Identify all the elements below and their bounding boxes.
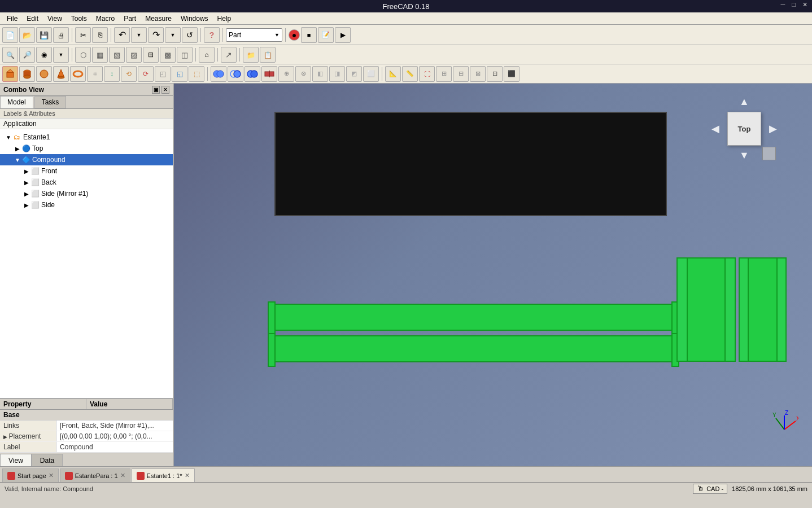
tree-arrow-side-mirror[interactable]: ▶ (23, 191, 30, 197)
bool-subtract-button[interactable] (245, 66, 260, 82)
redo-dropdown[interactable]: ▼ (165, 27, 181, 43)
meas4-button[interactable]: ⊞ (436, 66, 452, 82)
bool9-button[interactable]: ◩ (346, 66, 362, 82)
bool10-button[interactable]: ⬜ (363, 66, 379, 82)
nav-arrow-up[interactable]: ▲ (739, 96, 749, 108)
home-view-button[interactable]: ⌂ (199, 47, 215, 63)
bool8-button[interactable]: ◨ (329, 66, 345, 82)
tab-estante1[interactable]: Estante1 : 1* ✕ (132, 468, 195, 482)
right-view-button[interactable] (160, 47, 176, 63)
tree-arrow-top[interactable]: ▶ (14, 146, 21, 152)
bool5-button[interactable]: ⊕ (278, 66, 294, 82)
startpage-close-btn[interactable]: ✕ (49, 472, 54, 479)
bool-intersect-button[interactable] (228, 66, 243, 82)
undo-button[interactable] (114, 27, 130, 43)
save-button[interactable] (36, 27, 52, 43)
minimize-button[interactable]: ─ (779, 1, 788, 8)
tab-tasks[interactable]: Tasks (34, 96, 67, 108)
tree-arrow-estante1[interactable]: ▼ (5, 134, 12, 141)
tab-model[interactable]: Model (0, 96, 33, 108)
open-button[interactable] (19, 27, 35, 43)
shape6-button[interactable]: ◱ (172, 66, 187, 82)
combo-float-button[interactable]: ▣ (152, 86, 160, 94)
meas6-button[interactable]: ⊠ (470, 66, 486, 82)
menu-file[interactable]: File (2, 14, 22, 24)
meas1-button[interactable]: 📐 (385, 66, 401, 82)
left-view-button[interactable] (177, 47, 193, 63)
tree-item-back[interactable]: ▶ ⬜ Back (0, 177, 173, 188)
viewport[interactable]: ▲ ▼ ◀ ▶ Top X Y Z (174, 84, 812, 466)
record-button[interactable]: ● (289, 29, 300, 41)
tree-item-front[interactable]: ▶ ⬜ Front (0, 165, 173, 177)
fit-all-button[interactable] (2, 47, 18, 63)
tree-arrow-compound[interactable]: ▼ (14, 157, 21, 163)
tab-estantepara[interactable]: EstantePara : 1 ✕ (60, 468, 130, 482)
tree-arrow-front[interactable]: ▶ (23, 168, 30, 174)
bottom-view-button[interactable]: ⊟ (143, 47, 159, 63)
shape5-button[interactable]: ◰ (155, 66, 171, 82)
redo-button[interactable] (148, 27, 164, 43)
shape1-button[interactable]: ⌗ (87, 66, 103, 82)
menu-edit[interactable]: Edit (22, 14, 43, 24)
shape3-button[interactable]: ⟲ (121, 66, 137, 82)
iso-view-button[interactable] (75, 47, 91, 63)
cut-button[interactable] (75, 27, 91, 43)
menu-help[interactable]: Help (213, 14, 236, 24)
estantepara-close-btn[interactable]: ✕ (120, 472, 125, 479)
menu-part[interactable]: Part (119, 14, 141, 24)
undo-dropdown[interactable]: ▼ (131, 27, 147, 43)
nav-arrow-left[interactable]: ◀ (711, 122, 719, 135)
nav-arrow-down[interactable]: ▼ (739, 150, 749, 161)
folder2-button[interactable] (260, 47, 276, 63)
tab-view[interactable]: View (0, 454, 32, 466)
stop-button[interactable]: ■ (301, 27, 317, 43)
tree-item-top[interactable]: ▶ 🔵 Top (0, 143, 173, 154)
bool-union-button[interactable] (211, 66, 226, 82)
shape7-button[interactable]: ⬚ (189, 66, 204, 82)
cad-indicator[interactable]: 🖱 CAD - (693, 484, 727, 494)
draw-style-arrow[interactable]: ▼ (53, 47, 69, 63)
copy-button[interactable]: ⎘ (92, 27, 108, 43)
meas3-button[interactable]: ⛶ (419, 66, 435, 82)
tree-item-side[interactable]: ▶ ⬜ Side (0, 199, 173, 211)
fit-select-button[interactable]: 🔎 (19, 47, 35, 63)
tree-arrow-back[interactable]: ▶ (23, 179, 30, 186)
menu-windows[interactable]: Windows (176, 14, 213, 24)
nav-cube-corner[interactable] (762, 147, 776, 160)
cone-button[interactable] (53, 66, 69, 82)
bool6-button[interactable]: ⊗ (295, 66, 311, 82)
bool7-button[interactable]: ◧ (312, 66, 328, 82)
meas7-button[interactable]: ⊡ (487, 66, 503, 82)
new-button[interactable] (2, 27, 18, 43)
meas8-button[interactable]: ⬛ (504, 66, 519, 82)
menu-measure[interactable]: Measure (141, 14, 176, 24)
bool-cut-button[interactable] (261, 66, 277, 82)
top-view-button[interactable] (126, 47, 142, 63)
tree-item-compound[interactable]: ▼ 🔷 Compound (0, 154, 173, 165)
shape2-button[interactable]: ↕ (104, 66, 120, 82)
prop-name-placement[interactable]: Placement (0, 431, 56, 441)
tree-arrow-side[interactable]: ▶ (23, 202, 30, 208)
combo-close-button[interactable]: ✕ (161, 86, 169, 94)
estante1-close-btn[interactable]: ✕ (185, 472, 190, 479)
nav-arrow-right[interactable]: ▶ (769, 122, 777, 135)
maximize-button[interactable]: □ (789, 1, 798, 8)
tree-item-side-mirror[interactable]: ▶ ⬜ Side (Mirror #1) (0, 188, 173, 199)
nav-cube-face[interactable]: Top (727, 112, 761, 146)
folder-open-button[interactable] (243, 47, 259, 63)
tab-startpage[interactable]: Start page ✕ (2, 468, 59, 482)
sphere-button[interactable] (36, 66, 52, 82)
close-button[interactable]: ✕ (800, 1, 810, 8)
cylinder-button[interactable] (19, 66, 35, 82)
menu-view[interactable]: View (43, 14, 67, 24)
menu-tools[interactable]: Tools (67, 14, 91, 24)
print-button[interactable] (53, 27, 69, 43)
front-view-button[interactable] (92, 47, 108, 63)
draw-style-button[interactable]: ◉ (36, 47, 52, 63)
meas5-button[interactable]: ⊟ (453, 66, 469, 82)
nav-cube[interactable]: ▲ ▼ ◀ ▶ Top (710, 95, 778, 163)
tree-item-estante1[interactable]: ▼ 🗂 Estante1 (0, 132, 173, 143)
tab-data[interactable]: Data (32, 454, 63, 466)
box-button[interactable] (2, 66, 18, 82)
play-button[interactable]: ▶ (335, 27, 351, 43)
